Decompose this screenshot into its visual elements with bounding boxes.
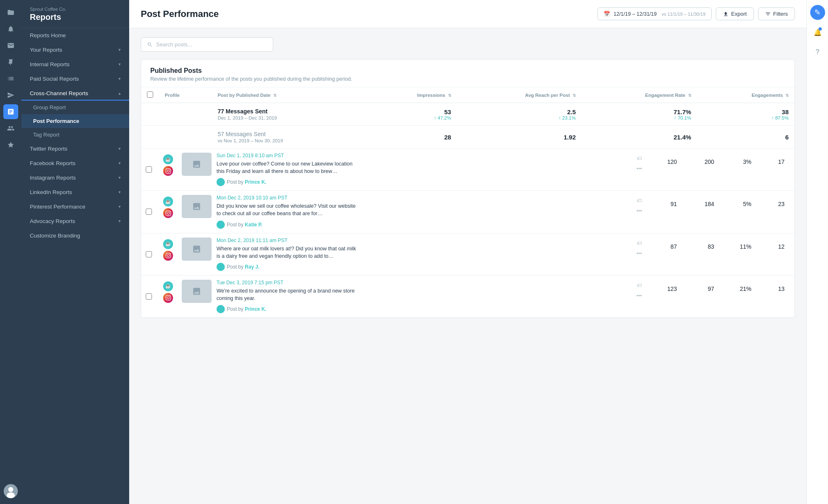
th-impressions[interactable]: Impressions ⇅ — [366, 87, 457, 103]
sidebar-item-customize-branding[interactable]: Customize Branding — [22, 228, 129, 243]
sidebar-item-facebook[interactable]: Facebook Reports ▾ — [22, 156, 129, 170]
search-bar-wrap — [141, 37, 795, 52]
chevron-down-icon: ▾ — [118, 175, 121, 180]
post-checkbox-3[interactable] — [146, 293, 152, 300]
post-checkbox-cell — [141, 280, 156, 313]
tag-icon-3[interactable]: 🏷 — [637, 282, 642, 288]
post-time-3: Tue Dec 3, 2019 7:15 pm PST — [217, 280, 357, 286]
sidebar-item-advocacy[interactable]: Advocacy Reports ▾ — [22, 214, 129, 228]
tag-icon-0[interactable]: 🏷 — [637, 155, 642, 161]
facebook-label: Facebook Reports — [30, 160, 75, 166]
tag-icon-2[interactable]: 🏷 — [637, 240, 642, 246]
post-author-2: Post by Ray J. — [217, 263, 357, 271]
help-button[interactable]: ? — [810, 45, 825, 60]
chevron-down-icon: ▾ — [118, 76, 121, 82]
more-icon-2[interactable]: ••• — [636, 250, 642, 257]
posts-list: ☕ Sun Dec 1, 2019 8:10 am PST Love pour … — [141, 149, 794, 318]
main-content: Post Performance 📅 12/1/19 – 12/31/19 vs… — [129, 0, 806, 504]
export-button[interactable]: Export — [716, 7, 754, 20]
coffee-icon-0: ☕ — [163, 154, 173, 164]
th-avg-reach[interactable]: Avg Reach per Post ⇅ — [457, 87, 582, 103]
more-icon-0[interactable]: ••• — [636, 166, 642, 172]
th-checkbox — [141, 87, 159, 103]
posts-table: Profile Post by Published Date ⇅ Impress… — [141, 87, 794, 149]
rail-list-icon[interactable] — [3, 71, 18, 86]
rail-alert-icon[interactable] — [3, 22, 18, 36]
more-icon-1[interactable]: ••• — [636, 208, 642, 214]
post-body-3: We're excited to announce the opening of… — [217, 287, 357, 302]
rail-people-icon[interactable] — [3, 121, 18, 136]
post-thumbnail-3 — [182, 280, 212, 303]
author-avatar-2 — [217, 263, 225, 271]
chevron-down-icon: ▾ — [118, 190, 121, 195]
sidebar-item-twitter[interactable]: Twitter Reports ▾ — [22, 142, 129, 156]
th-engagements[interactable]: Engagements ⇅ — [697, 87, 794, 103]
post-social-icons-2: ☕ — [156, 238, 180, 271]
sidebar-item-cross-channel[interactable]: Cross-Channel Reports ▴ — [22, 86, 129, 101]
export-icon — [723, 11, 729, 17]
date-range-button[interactable]: 📅 12/1/19 – 12/31/19 vs 11/1/19 – 11/30/… — [597, 7, 712, 20]
user-avatar[interactable] — [4, 484, 18, 498]
th-engagement-rate[interactable]: Engagement Rate ⇅ — [582, 87, 697, 103]
post-row-1: ☕ Mon Dec 2, 2019 10:10 am PST Did you k… — [141, 191, 794, 233]
sidebar-item-your-reports[interactable]: Your Reports ▾ — [22, 43, 129, 57]
search-input[interactable] — [156, 41, 267, 48]
rail-send-icon[interactable] — [3, 88, 18, 103]
company-name: Sprout Coffee Co. — [30, 7, 121, 12]
advocacy-label: Advocacy Reports — [30, 218, 75, 224]
post-content-3: Tue Dec 3, 2019 7:15 pm PST We're excite… — [180, 280, 633, 313]
sidebar-item-reports-home[interactable]: Reports Home — [22, 28, 129, 43]
sidebar-sub-tag-report[interactable]: Tag Report — [22, 128, 129, 142]
notification-button[interactable]: 🔔 — [810, 25, 825, 40]
post-checkbox-1[interactable] — [146, 209, 152, 215]
group-report-label: Group Report — [33, 104, 66, 110]
more-icon-3[interactable]: ••• — [636, 293, 642, 299]
rail-inbox-icon[interactable] — [3, 38, 18, 53]
post-thumbnail-2 — [182, 238, 212, 261]
linkedin-label: LinkedIn Reports — [30, 189, 72, 195]
rail-analytics-icon[interactable] — [3, 104, 18, 119]
post-avg-reach-0: 200 — [683, 153, 720, 186]
customize-branding-label: Customize Branding — [30, 233, 80, 239]
sidebar-brand: Sprout Coffee Co. Reports — [22, 0, 129, 28]
rail-folder-icon[interactable] — [3, 5, 18, 20]
post-social-icons-1: ☕ — [156, 195, 180, 228]
post-checkbox-2[interactable] — [146, 251, 152, 257]
post-time-2: Mon Dec 2, 2019 11:11 am PST — [217, 238, 357, 243]
header-actions: 📅 12/1/19 – 12/31/19 vs 11/1/19 – 11/30/… — [597, 7, 795, 20]
calendar-icon: 📅 — [604, 11, 610, 17]
filters-icon — [765, 11, 771, 17]
post-action-btns-3: 🏷 ••• — [633, 280, 645, 313]
vs-label: vs 11/1/19 – 11/30/19 — [662, 12, 705, 17]
notification-badge — [818, 27, 822, 31]
current-messages-sent: 77 Messages Sent — [218, 108, 360, 115]
select-all-checkbox[interactable] — [147, 91, 153, 98]
current-period: Dec 1, 2019 – Dec 31, 2019 — [218, 115, 360, 120]
rail-star-icon[interactable] — [3, 137, 18, 152]
post-thumbnail-1 — [182, 195, 212, 218]
sidebar-item-instagram[interactable]: Instagram Reports ▾ — [22, 170, 129, 185]
filters-button[interactable]: Filters — [758, 7, 795, 20]
sidebar-item-pinterest[interactable]: Pinterest Performance ▾ — [22, 199, 129, 214]
post-content-2: Mon Dec 2, 2019 11:11 am PST Where are o… — [180, 238, 633, 271]
main-header: Post Performance 📅 12/1/19 – 12/31/19 vs… — [129, 0, 806, 28]
summary-current-row: 77 Messages Sent Dec 1, 2019 – Dec 31, 2… — [141, 103, 794, 126]
sidebar-item-paid-social[interactable]: Paid Social Reports ▾ — [22, 72, 129, 86]
tag-icon-1[interactable]: 🏷 — [637, 197, 642, 204]
sort-icon: ⇅ — [573, 93, 576, 98]
summary-previous-row: 57 Messages Sent vs Nov 1, 2019 – Nov 30… — [141, 126, 794, 149]
sidebar-sub-post-performance[interactable]: Post Performance — [22, 114, 129, 128]
sidebar-item-linkedin[interactable]: LinkedIn Reports ▾ — [22, 185, 129, 199]
published-posts-card: Published Posts Review the lifetime perf… — [141, 59, 795, 318]
rail-pin-icon[interactable] — [3, 55, 18, 70]
compose-button[interactable]: ✎ — [810, 5, 825, 20]
post-content-0: Sun Dec 1, 2019 8:10 am PST Love pour ov… — [180, 153, 633, 186]
post-author-3: Post by Prince K. — [217, 305, 357, 313]
prev-engagements: 6 — [703, 134, 789, 141]
internal-reports-label: Internal Reports — [30, 61, 70, 67]
post-checkbox-0[interactable] — [146, 166, 152, 173]
sidebar-sub-group-report[interactable]: Group Report — [22, 101, 129, 114]
prev-period: vs Nov 1, 2019 – Nov 30, 2019 — [218, 138, 360, 143]
th-post-date[interactable]: Post by Published Date ⇅ — [212, 87, 366, 103]
sidebar-item-internal-reports[interactable]: Internal Reports ▾ — [22, 57, 129, 72]
